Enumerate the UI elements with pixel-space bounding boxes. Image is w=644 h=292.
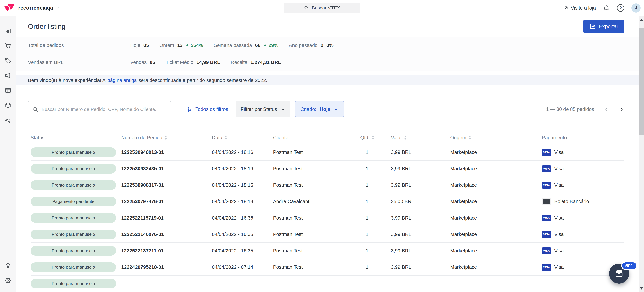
help-icon: ? (617, 4, 624, 12)
sidebar-item-storefront[interactable] (0, 83, 16, 98)
table-row[interactable]: Pronto para manuseio 1222530908317-01 04… (30, 177, 624, 193)
order-table-header: Status Número de Pedido Data Cliente Qtd… (30, 131, 624, 144)
table-row[interactable]: Pagamento pendente 1222530797476-01 04/0… (30, 193, 624, 210)
chevron-left-icon (604, 107, 609, 112)
sidebar-item-apps[interactable] (0, 258, 16, 273)
avatar[interactable]: J (632, 3, 640, 12)
sidebar-item-orders[interactable] (0, 38, 16, 53)
origin-cell: Marketplace (450, 182, 542, 188)
client-cell: Postman Test (273, 232, 360, 237)
status-badge: Pronto para manuseio (30, 230, 116, 239)
payment-label: Visa (554, 182, 564, 188)
metric-ontem: Ontem 13 554% (160, 42, 203, 48)
visit-store-link[interactable]: Visite a loja (564, 5, 596, 11)
all-filters-button[interactable]: Todos os filtros (186, 106, 228, 112)
column-header-quantity[interactable]: Qtd. (360, 135, 391, 141)
filters-toolbar: Todos os filtros Filtrar por Status Cria… (16, 101, 644, 118)
payment-label: Visa (554, 166, 564, 171)
payment-label: Visa (554, 215, 564, 221)
origin-cell: Marketplace (450, 248, 542, 254)
account-switcher[interactable]: recorrenciaqa (18, 5, 60, 11)
previous-page-button[interactable] (604, 107, 609, 112)
sidebar-item-promotions[interactable] (0, 53, 16, 68)
table-row[interactable]: Pronto para manuseio 1222522137711-01 04… (30, 243, 624, 259)
payment-cell: VISA Visa (542, 248, 624, 254)
global-search-button[interactable]: Buscar VTEX (284, 3, 360, 13)
layers-icon (4, 262, 11, 269)
visit-store-label: Visite a loja (571, 5, 596, 11)
payment-cell: Boleto Bancário (542, 198, 624, 205)
status-filter-dropdown[interactable]: Filtrar por Status (236, 101, 290, 118)
client-cell: Postman Test (273, 215, 360, 221)
scroll-up-arrow-icon[interactable] (640, 19, 643, 21)
gear-icon (4, 277, 11, 284)
sort-icon (404, 136, 407, 140)
sidebar (0, 16, 16, 292)
column-header-order-number[interactable]: Número de Pedido (121, 135, 212, 141)
sidebar-item-dashboard[interactable] (0, 23, 16, 38)
created-filter-dropdown[interactable]: Criado: Hoje (295, 101, 344, 118)
status-badge: Pronto para manuseio (30, 180, 116, 190)
notifications-button[interactable] (603, 4, 610, 11)
column-header-origin[interactable]: Origem (450, 135, 542, 141)
sidebar-item-settings[interactable] (0, 273, 16, 288)
inbox-icon (614, 269, 624, 279)
page-header: Order listing Exportar (16, 16, 644, 37)
origin-cell: Marketplace (450, 149, 542, 155)
scroll-down-arrow-icon[interactable] (640, 287, 643, 290)
topbar: recorrenciaqa Buscar VTEX Visite a loja … (0, 0, 644, 16)
sidebar-item-marketing[interactable] (0, 68, 16, 83)
payment-label: Boleto Bancário (554, 199, 589, 204)
column-header-payment: Pagamento (542, 135, 624, 141)
quantity-cell: 1 (360, 215, 391, 221)
status-badge: Pagamento pendente (30, 197, 116, 206)
table-row[interactable]: Pronto para manuseio 1222420795218-01 04… (30, 259, 624, 276)
column-header-value[interactable]: Valor (391, 135, 450, 141)
scrollbar-thumb[interactable] (639, 28, 644, 135)
old-page-link[interactable]: página antiga (107, 78, 137, 83)
quantity-cell: 1 (360, 264, 391, 270)
order-search-input[interactable] (42, 107, 166, 112)
sidebar-item-integrations[interactable] (0, 113, 16, 128)
chevron-down-icon (280, 107, 285, 112)
metric-ticket-medio: Ticket Médio 14,99 BRL (166, 60, 220, 65)
table-row[interactable]: Pronto para manuseio 1222522115719-01 04… (30, 210, 624, 226)
table-row[interactable]: Pronto para manuseio 1222522146076-01 04… (30, 226, 624, 243)
metric-receita: Receita 1.274,31 BRL (231, 60, 281, 65)
status-filter-label: Filtrar por Status (240, 107, 277, 112)
payment-method-icon (542, 198, 551, 205)
payment-method-icon: VISA (542, 165, 551, 172)
triangle-up-icon (264, 44, 267, 46)
date-cell: 04/04/2022 - 18:16 (212, 166, 273, 171)
origin-cell: Marketplace (450, 264, 542, 270)
origin-cell: Marketplace (450, 232, 542, 237)
payment-method-icon: VISA (542, 231, 551, 238)
status-badge: Pronto para manuseio (30, 147, 116, 157)
order-number-cell: 1222420795218-01 (121, 264, 212, 270)
table-row[interactable]: Pronto para manuseio 1222530948013-01 04… (30, 144, 624, 161)
column-header-date[interactable]: Data (212, 135, 273, 141)
chevron-down-icon (334, 107, 338, 112)
shell: Order listing Exportar Total de pedidos … (0, 16, 644, 292)
export-button[interactable]: Exportar (584, 20, 624, 33)
trend-up-delta: 29% (264, 42, 278, 48)
status-badge: Pronto para manuseio (30, 279, 116, 289)
date-cell: 04/04/2022 - 16:35 (212, 232, 273, 237)
value-cell: 3,99 BRL (391, 264, 450, 270)
payment-cell: VISA Visa (542, 182, 624, 189)
vertical-scrollbar[interactable] (639, 16, 644, 292)
order-number-cell: 1222522137711-01 (121, 248, 212, 254)
help-button[interactable]: ? (617, 4, 624, 12)
next-page-button[interactable] (619, 107, 624, 112)
stats-row-label: Vendas em BRL (28, 60, 130, 65)
stats-row-sales: Vendas em BRL Vendas 85 Ticket Médio 14,… (16, 54, 644, 71)
table-row[interactable]: Pronto para manuseio (30, 276, 624, 292)
vtex-admin-app: recorrenciaqa Buscar VTEX Visite a loja … (0, 0, 644, 292)
megaphone-icon (4, 72, 11, 79)
metric-hoje: Hoje 85 (130, 42, 149, 48)
sidebar-item-catalog[interactable] (0, 98, 16, 113)
metric-ano-passado: Ano passado 0 0% (289, 42, 333, 48)
table-row[interactable]: Pronto para manuseio 1222530932435-01 04… (30, 161, 624, 177)
page-title: Order listing (28, 22, 66, 30)
payment-method-icon: VISA (542, 264, 551, 271)
